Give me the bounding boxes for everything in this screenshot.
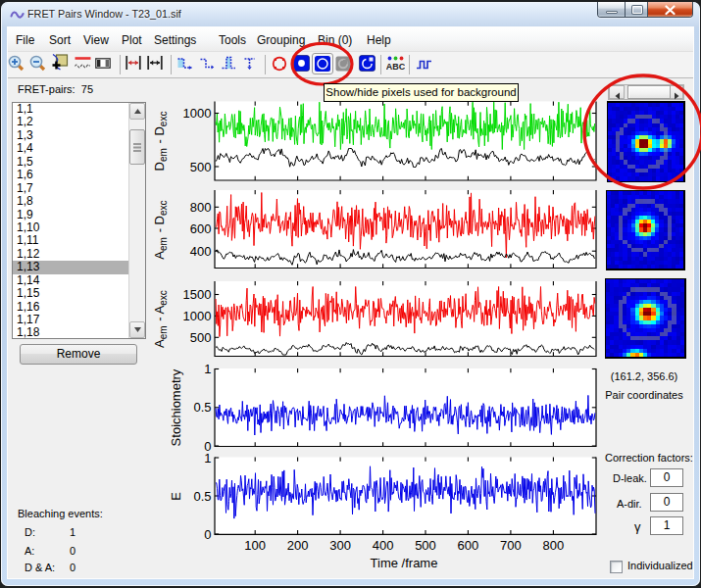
svg-text:Dem - Dexc: Dem - Dexc <box>152 111 169 172</box>
svg-text:100: 100 <box>244 538 266 553</box>
svg-text:E: E <box>169 492 183 501</box>
svg-text:800: 800 <box>543 538 565 553</box>
svg-text:Aem - Aexc: Aem - Aexc <box>152 289 169 348</box>
svg-text:600: 600 <box>190 221 212 236</box>
svg-text:500: 500 <box>190 160 212 174</box>
svg-text:700: 700 <box>500 538 522 553</box>
svg-text:1000: 1000 <box>183 309 212 323</box>
svg-text:1: 1 <box>204 362 211 376</box>
svg-text:Stoichiometry: Stoichiometry <box>169 368 183 446</box>
svg-text:300: 300 <box>329 538 351 553</box>
svg-text:500: 500 <box>190 330 212 345</box>
svg-text:0.5: 0.5 <box>193 489 211 504</box>
svg-text:400: 400 <box>190 244 212 259</box>
svg-text:600: 600 <box>458 538 479 553</box>
svg-text:800: 800 <box>190 200 212 215</box>
svg-text:500: 500 <box>415 538 436 553</box>
svg-text:400: 400 <box>373 538 394 553</box>
svg-text:0: 0 <box>204 527 211 542</box>
svg-text:200: 200 <box>287 538 309 553</box>
svg-text:0.5: 0.5 <box>193 400 211 415</box>
svg-text:1500: 1500 <box>183 287 212 302</box>
svg-text:Aem - Dexc: Aem - Dexc <box>152 199 169 259</box>
svg-text:Time /frame: Time /frame <box>371 556 438 570</box>
svg-text:1: 1 <box>204 451 211 466</box>
svg-text:1000: 1000 <box>183 106 212 121</box>
